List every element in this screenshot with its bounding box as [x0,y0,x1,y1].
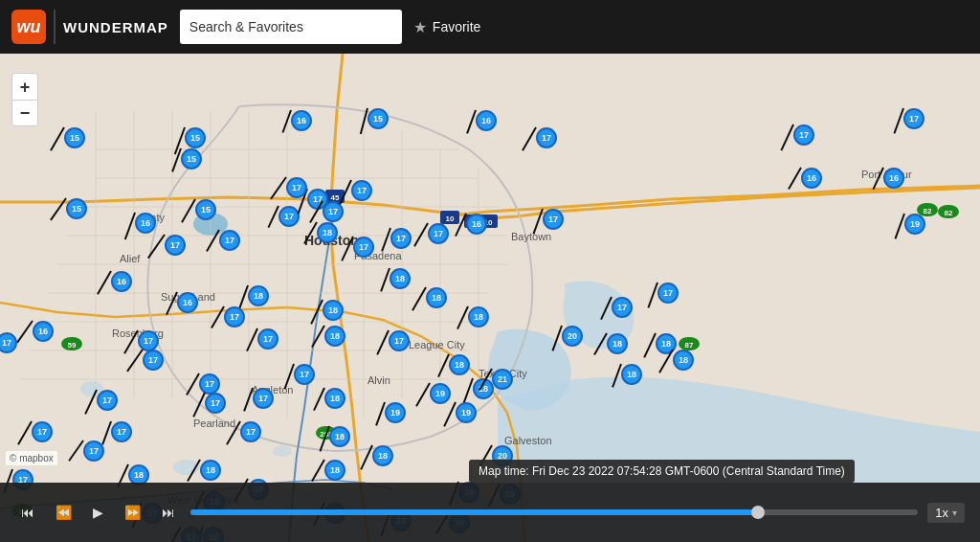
favorite-button[interactable]: ★ Favorite [413,18,481,36]
station-circle: 16 [177,292,198,313]
station-marker[interactable]: 17 [32,421,53,442]
station-marker[interactable]: 16 [111,271,132,292]
station-marker[interactable]: 17 [353,237,374,258]
station-marker[interactable]: 15 [181,148,202,169]
svg-text:59: 59 [68,341,77,350]
station-marker[interactable]: 16 [291,110,312,131]
station-circle: 17 [143,350,164,371]
station-marker[interactable]: 17 [612,297,633,318]
station-circle: 18 [621,364,642,385]
station-marker[interactable]: 17 [390,228,412,249]
station-circle: 18 [248,285,269,306]
station-marker[interactable]: 17 [83,440,104,462]
station-marker[interactable]: 18 [426,287,447,308]
station-marker[interactable]: 17 [199,373,220,395]
speed-selector[interactable]: 1x ▾ [927,503,965,523]
skip-back-button[interactable]: ⏮ [15,501,40,524]
station-marker[interactable]: 18 [324,460,345,481]
station-marker[interactable]: 15 [66,198,87,219]
station-marker[interactable]: 18 [621,364,642,385]
station-marker[interactable]: 15 [368,108,389,129]
station-marker[interactable]: 17 [543,209,564,230]
station-marker[interactable]: 17 [257,328,278,350]
station-marker[interactable]: 17 [351,180,372,201]
station-marker[interactable]: 16 [883,168,904,189]
station-marker[interactable]: 17 [278,206,300,227]
station-marker[interactable]: 17 [793,124,814,146]
station-marker[interactable]: 16 [476,110,497,131]
station-circle: 15 [195,199,216,220]
station-marker[interactable]: 18 [200,460,221,481]
station-marker[interactable]: 15 [185,127,206,148]
station-marker[interactable]: 17 [224,306,245,327]
station-circle: 18 [607,333,628,354]
station-marker[interactable]: 18 [317,222,338,243]
progress-thumb[interactable] [751,506,765,519]
station-marker[interactable]: 18 [449,354,470,375]
map-container[interactable]: Houston Katy Alief Sugar Land Rosenberg … [0,54,980,542]
svg-point-2 [173,460,200,475]
station-marker[interactable]: 18 [324,388,345,409]
station-marker[interactable]: 19 [430,383,451,404]
station-marker[interactable]: 17 [165,235,186,256]
station-marker[interactable]: 19 [456,402,477,423]
station-marker[interactable]: 19 [904,214,925,235]
station-marker[interactable]: 17 [143,350,164,371]
station-marker[interactable]: 16 [177,292,198,313]
favorite-label: Favorite [433,19,481,34]
station-marker[interactable]: 15 [64,127,85,148]
station-marker[interactable]: 17 [389,330,410,351]
station-marker[interactable]: 17 [253,388,274,409]
station-marker[interactable]: 17 [286,177,307,198]
logo-area: wu WUNDERMAP [11,10,168,44]
skip-forward-button[interactable]: ⏭ [156,501,181,524]
svg-text:Baytown: Baytown [511,231,551,242]
station-marker[interactable]: 19 [385,402,406,423]
station-marker[interactable]: 18 [248,285,269,306]
play-button[interactable]: ▶ [87,501,109,524]
station-circle: 18 [426,287,447,308]
station-circle: 18 [317,222,338,243]
station-marker[interactable]: 17 [219,230,240,251]
station-marker[interactable]: 18 [607,333,628,354]
station-marker[interactable]: 16 [33,321,54,342]
zoom-in-button[interactable]: + [11,73,38,100]
station-marker[interactable]: 15 [195,199,216,220]
station-marker[interactable]: 17 [97,390,118,411]
station-marker[interactable]: 18 [323,300,344,321]
station-marker[interactable]: 17 [0,332,17,353]
step-back-button[interactable]: ⏪ [50,501,78,524]
station-marker[interactable]: 17 [536,127,557,148]
station-marker[interactable]: 17 [903,108,924,129]
step-forward-button[interactable]: ⏩ [119,501,146,524]
search-input[interactable] [180,10,402,44]
station-circle: 18 [324,460,345,481]
station-marker[interactable]: 18 [324,326,345,347]
station-marker[interactable]: 16 [466,214,487,235]
station-circle: 17 [612,297,633,318]
zoom-out-button[interactable]: − [11,100,38,126]
station-marker[interactable]: 17 [240,421,261,442]
svg-text:87: 87 [685,341,694,350]
station-marker[interactable]: 18 [390,268,411,289]
station-marker[interactable]: 18 [329,426,350,447]
station-marker[interactable]: 18 [468,306,489,327]
station-marker[interactable]: 18 [372,445,393,466]
station-marker[interactable]: 17 [323,201,344,222]
station-circle: 17 [390,228,412,249]
station-marker[interactable]: 16 [135,213,156,234]
svg-text:Alvin: Alvin [368,374,390,386]
station-marker[interactable]: 18 [673,350,694,371]
station-marker[interactable]: 17 [428,223,449,244]
station-marker[interactable]: 20 [562,326,583,347]
station-marker[interactable]: 17 [111,421,132,442]
station-marker[interactable]: 16 [801,168,822,189]
svg-point-3 [273,445,292,457]
station-marker[interactable]: 21 [492,369,513,390]
station-marker[interactable]: 18 [473,378,494,399]
station-marker[interactable]: 17 [205,393,226,414]
station-marker[interactable]: 17 [294,364,315,385]
station-marker[interactable]: 17 [657,282,679,304]
progress-track[interactable] [190,509,918,515]
station-marker[interactable]: 17 [138,330,159,351]
